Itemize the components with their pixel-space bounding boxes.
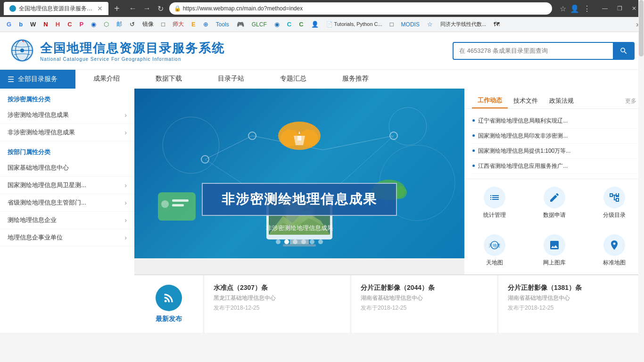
svg-text:天地图: 天地图 [489, 243, 500, 248]
quick-link-standard-map[interactable]: 标准地图 [584, 227, 644, 274]
menu-icon[interactable]: ⋮ [583, 4, 591, 13]
user-icon[interactable]: 👤 [570, 4, 579, 13]
news-item-2[interactable]: ● 国家测绘地理信息局提供1:100万等... [472, 144, 636, 159]
bookmark-nasa[interactable]: ◉ [88, 20, 99, 29]
news-tab-workdynamic[interactable]: 工作动态 [472, 93, 508, 108]
bookmark-mail[interactable]: 邮 [114, 19, 125, 29]
bookmark-mirror[interactable]: 镜像 [140, 19, 157, 29]
news-item-3[interactable]: ● 江西省测绘地理信息应用服务推广... [472, 159, 636, 174]
tab-close-btn[interactable]: ✕ [97, 5, 103, 12]
logo-zh: 全国地理信息资源目录服务系统 [40, 40, 225, 57]
bookmark-game[interactable]: 🎮 [234, 20, 247, 29]
sidebar-item-satellite[interactable]: 国家测绘地理信息局卫星测... › [0, 177, 134, 194]
dot-3[interactable] [293, 239, 297, 244]
search-button[interactable] [613, 42, 635, 60]
bookmark-box[interactable]: □ [158, 20, 168, 29]
bookmark-e[interactable]: E [189, 20, 198, 29]
sidebar-item-geo-unit[interactable]: 地理信息企事业单位 › [0, 229, 134, 247]
stats-icon [484, 187, 505, 208]
nav-item-achievements[interactable]: 成果介绍 [75, 70, 138, 89]
nav-item-topics[interactable]: 专题汇总 [262, 70, 324, 89]
right-panel: 工作动态 技术文件 政策法规 更多 ● 辽宁省测绘地理信息局顺利实现辽... ●… [464, 89, 644, 274]
nav-all-btn[interactable]: ☰ 全部目录服务 [0, 70, 75, 89]
data-title-1[interactable]: 分片正射影像（2044）条 [361, 284, 487, 292]
sidebar-item-national-center[interactable]: 国家基础地理信息中心 [0, 159, 134, 177]
data-subtitle-0: 黑龙江基础地理信息中心 [214, 294, 340, 302]
news-more-btn[interactable]: 更多 [625, 97, 636, 105]
bookmark-glcf[interactable]: GLCF [249, 20, 270, 29]
data-title-2[interactable]: 分片正射影像（1381）条 [508, 284, 635, 292]
dot-1[interactable] [276, 239, 281, 244]
bookmark-g[interactable]: G [4, 20, 14, 29]
bookmark-refresh[interactable]: ↺ [127, 20, 138, 29]
bookmark-b[interactable]: b [16, 20, 25, 29]
svg-rect-27 [283, 244, 316, 247]
news-tab-policy[interactable]: 政策法规 [544, 94, 579, 108]
nav-item-download[interactable]: 数据下载 [138, 70, 200, 89]
bookmark-circle2[interactable]: ◉ [272, 20, 282, 29]
bookmark-green-c[interactable]: C [296, 20, 306, 29]
browser-tab[interactable]: 全国地理信息资源目录服务系统 ✕ [4, 2, 108, 15]
sidebar-item-unclassified[interactable]: 非涉密测绘地理信息成果 › [0, 124, 134, 141]
banner-title: 非涉密测绘地理信息成果 [222, 192, 377, 206]
main-nav: ☰ 全部目录服务 成果介绍 数据下载 目录子站 专题汇总 服务推荐 [0, 70, 644, 89]
nav-item-substation[interactable]: 目录子站 [200, 70, 262, 89]
sidebar-item-enterprise[interactable]: 测绘地理信息企业 › [0, 212, 134, 229]
image-lib-icon [544, 234, 565, 256]
bookmark-tutorials[interactable]: 📄 Tutorials, Python C... [323, 20, 385, 28]
bookmark-star2[interactable]: ☆ [424, 20, 436, 29]
scrollbar-thumb[interactable] [639, 0, 644, 57]
bookmark-star-icon[interactable]: ☆ [560, 4, 566, 13]
bookmark-green[interactable]: ⬡ [101, 20, 112, 29]
quick-link-image-lib[interactable]: 网上图库 [524, 227, 584, 274]
quick-link-hierarchy[interactable]: 分级目录 [584, 179, 644, 227]
bookmark-modis[interactable]: MODIS [398, 20, 422, 29]
bookmark-w[interactable]: W [27, 20, 39, 29]
bookmark-tools[interactable]: Tools [213, 20, 232, 29]
news-tab-techfile[interactable]: 技术文件 [508, 94, 544, 108]
bookmark-c-red[interactable]: C [65, 20, 74, 29]
bookmark-tongji[interactable]: 同济大学线性代数... [438, 20, 489, 29]
quick-link-stats[interactable]: 统计管理 [464, 179, 524, 227]
rss-icon [156, 285, 182, 311]
nav-item-services[interactable]: 服务推荐 [324, 70, 387, 89]
bookmark-shida[interactable]: 师大 [170, 19, 187, 29]
nav-all-label: 全部目录服务 [18, 75, 58, 83]
sidebar-item-classified[interactable]: 涉密测绘地理信息成果 › [0, 107, 134, 124]
nav-items: 成果介绍 数据下载 目录子站 专题汇总 服务推荐 [75, 70, 644, 89]
quick-link-data-apply[interactable]: 数据申请 [524, 179, 584, 227]
scrollbar-track[interactable] [638, 0, 644, 333]
news-item-1[interactable]: ● 国家测绘地理信息局印发非涉密测... [472, 129, 636, 144]
bookmark-doc[interactable]: □ [387, 20, 396, 29]
dot-2[interactable] [284, 239, 289, 244]
bookmark-red[interactable]: H [53, 20, 63, 29]
search-input[interactable] [453, 42, 613, 60]
bookmark-cyan-c[interactable]: C [284, 20, 294, 29]
new-tab-btn[interactable]: + [114, 3, 120, 14]
svg-line-10 [323, 136, 394, 150]
forward-btn[interactable]: → [141, 3, 153, 14]
svg-point-19 [161, 200, 169, 208]
bookmark-user[interactable]: 👤 [308, 20, 322, 29]
bookmark-globe[interactable]: ⊕ [200, 20, 211, 29]
reload-btn[interactable]: ↻ [156, 3, 165, 14]
data-card-2: 分片正射影像（1381）条 湖南省基础地理信息中心 发布于2018-12-25 [498, 275, 644, 333]
back-btn[interactable]: ← [127, 3, 139, 14]
data-card-1: 分片正射影像（2044）条 湖南省基础地理信息中心 发布于2018-12-25 [351, 275, 497, 333]
dot-6[interactable] [318, 239, 323, 244]
win-maximize-btn[interactable]: ❐ [613, 4, 626, 13]
bookmark-n[interactable]: N [41, 20, 50, 29]
bookmark-p[interactable]: P [77, 20, 87, 29]
win-minimize-btn[interactable]: — [598, 4, 611, 13]
quick-link-tianditu[interactable]: 天地图 天地图 [464, 227, 524, 274]
news-item-0[interactable]: ● 辽宁省测绘地理信息局顺利实现辽... [472, 114, 636, 129]
dot-5[interactable] [310, 239, 314, 244]
data-title-0[interactable]: 水准点（2307）条 [214, 284, 340, 292]
address-bar[interactable]: 🔒 https://www.webmap.cn/main.do?method=i… [169, 2, 552, 15]
dot-4[interactable] [301, 239, 306, 244]
hierarchy-icon [603, 187, 625, 208]
standard-map-icon [603, 234, 625, 256]
tianditu-icon: 天地图 [484, 234, 505, 256]
bookmark-map2[interactable]: 🗺 [491, 20, 503, 29]
sidebar-item-provincial[interactable]: 省级测绘地理信息主管部门... › [0, 194, 134, 212]
